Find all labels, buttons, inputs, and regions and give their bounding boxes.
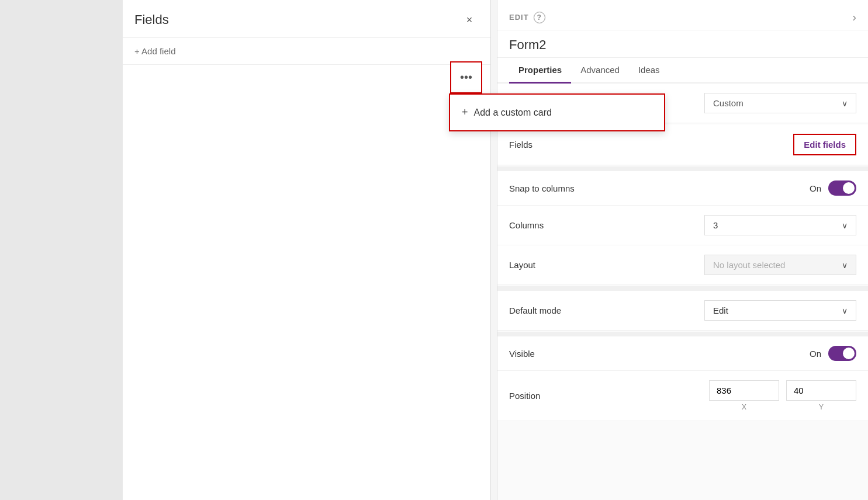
form-name: Form2 xyxy=(497,30,868,58)
columns-row: Columns 3 ∨ xyxy=(497,206,868,245)
edit-header: EDIT ? › xyxy=(497,0,868,30)
dropdown-menu: + Add a custom card xyxy=(449,93,665,131)
edit-fields-button[interactable]: Edit fields xyxy=(793,134,856,155)
plus-icon: + xyxy=(462,106,468,119)
three-dots-button[interactable]: ••• xyxy=(450,61,482,93)
layout-row: Layout No layout selected ∨ xyxy=(497,245,868,285)
tab-ideas[interactable]: Ideas xyxy=(629,58,669,84)
properties-panel: EDIT ? › Form2 Properties Advanced Ideas… xyxy=(497,0,868,500)
tabs-row: Properties Advanced Ideas xyxy=(497,58,868,84)
properties-content: Data source Custom ∨ Fields Edit fields … xyxy=(497,84,868,500)
layout-value: No layout selected xyxy=(713,260,785,270)
fields-label: Fields xyxy=(509,140,532,150)
layout-dropdown[interactable]: No layout selected ∨ xyxy=(704,255,856,275)
layout-chevron-icon: ∨ xyxy=(842,261,848,270)
visible-toggle-container: On xyxy=(810,346,856,361)
default-mode-dropdown[interactable]: Edit ∨ xyxy=(704,300,856,321)
add-custom-card-label: Add a custom card xyxy=(474,107,552,118)
default-mode-row: Default mode Edit ∨ xyxy=(497,291,868,331)
position-inputs: X Y xyxy=(709,380,856,411)
position-label: Position xyxy=(509,391,540,401)
columns-chevron-icon: ∨ xyxy=(842,221,848,230)
visible-toggle-label: On xyxy=(810,349,821,359)
default-mode-label: Default mode xyxy=(509,305,561,315)
snap-to-columns-toggle[interactable] xyxy=(828,180,856,196)
columns-value: 3 xyxy=(713,220,718,230)
section-divider-3 xyxy=(497,332,868,336)
chevron-down-icon: ∨ xyxy=(842,99,848,108)
snap-to-columns-toggle-container: On xyxy=(810,180,856,196)
visible-toggle[interactable] xyxy=(828,346,856,361)
chevron-right-icon[interactable]: › xyxy=(852,11,856,24)
tab-properties[interactable]: Properties xyxy=(509,58,571,84)
default-mode-section: Default mode Edit ∨ xyxy=(497,291,868,331)
position-y-input[interactable] xyxy=(786,380,856,401)
x-input-group: X xyxy=(709,380,779,411)
snap-to-columns-toggle-label: On xyxy=(810,183,821,193)
y-label: Y xyxy=(786,403,856,411)
data-source-value: Custom xyxy=(713,98,743,108)
snap-to-columns-label: Snap to columns xyxy=(509,183,575,193)
visible-toggle-knob xyxy=(843,348,855,359)
section-divider-1 xyxy=(497,166,868,171)
fields-title: Fields xyxy=(134,12,169,27)
snap-to-columns-section: Snap to columns On Columns 3 ∨ Layout xyxy=(497,171,868,285)
section-divider-2 xyxy=(497,286,868,291)
y-input-group: Y xyxy=(786,380,856,411)
layout-label: Layout xyxy=(509,260,535,270)
tab-advanced[interactable]: Advanced xyxy=(571,58,629,84)
x-label: X xyxy=(709,403,779,411)
position-row: Position X Y xyxy=(497,371,868,421)
data-source-dropdown[interactable]: Custom ∨ xyxy=(704,93,856,113)
default-mode-chevron-icon: ∨ xyxy=(842,306,848,315)
close-button[interactable]: × xyxy=(460,11,479,29)
visible-section: Visible On Position X xyxy=(497,336,868,421)
help-icon[interactable]: ? xyxy=(534,12,545,23)
add-field-button[interactable]: + Add field xyxy=(123,38,490,65)
fields-header: Fields × xyxy=(123,0,490,38)
position-x-input[interactable] xyxy=(709,380,779,401)
snap-to-columns-row: Snap to columns On xyxy=(497,171,868,206)
toggle-knob xyxy=(843,182,855,194)
columns-label: Columns xyxy=(509,220,544,230)
fields-panel: Fields × + Add field xyxy=(123,0,491,500)
edit-label: EDIT ? xyxy=(509,12,545,23)
visible-label: Visible xyxy=(509,349,535,359)
columns-dropdown[interactable]: 3 ∨ xyxy=(704,215,856,235)
default-mode-value: Edit xyxy=(713,305,728,315)
visible-row: Visible On xyxy=(497,336,868,371)
add-custom-card-item[interactable]: + Add a custom card xyxy=(450,99,664,126)
